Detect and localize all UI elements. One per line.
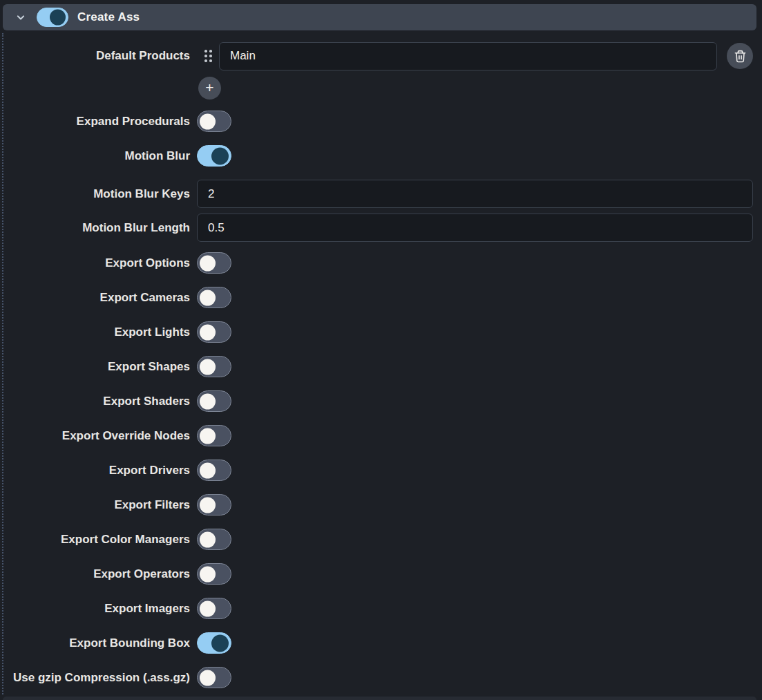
- toggle-row-export-cameras: Export Cameras: [0, 287, 762, 308]
- toggle-knob: [211, 634, 229, 652]
- toggle-knob: [50, 10, 66, 26]
- toggle-knob: [200, 428, 216, 444]
- field-label: Expand Procedurals: [0, 115, 190, 129]
- drag-handle-icon[interactable]: [204, 50, 212, 62]
- export-operators-toggle[interactable]: [197, 563, 231, 585]
- export-override-nodes-toggle[interactable]: [197, 425, 231, 446]
- toggle-knob: [200, 497, 216, 513]
- default-products-input[interactable]: [219, 42, 717, 70]
- export-imagers-toggle[interactable]: [197, 598, 231, 619]
- field-row-default-products: Default Products: [0, 41, 762, 70]
- toggle-row-export-operators: Export Operators: [0, 563, 762, 585]
- toggle-knob: [200, 531, 216, 547]
- field-label: Export Imagers: [0, 602, 190, 616]
- field-label: Default Products: [0, 49, 190, 63]
- field-row-motion-blur-length: Motion Blur Length: [0, 214, 762, 242]
- toggle-knob: [200, 462, 216, 478]
- indent-guide-line: [2, 33, 3, 694]
- section-body: Default Products + Expand Procedurals Mo…: [0, 30, 762, 700]
- field-label: Export Bounding Box: [0, 636, 190, 650]
- toggle-row-expand-procedurals: Expand Procedurals: [0, 111, 762, 132]
- motion-blur-keys-input[interactable]: [197, 180, 753, 208]
- delete-item-button[interactable]: [727, 43, 753, 69]
- field-label: Motion Blur Keys: [0, 187, 190, 201]
- field-label: Export Cameras: [0, 291, 190, 305]
- field-label: Export Options: [0, 256, 190, 270]
- toggle-knob: [200, 359, 216, 375]
- expand-procedurals-toggle[interactable]: [197, 111, 231, 132]
- export-shaders-toggle[interactable]: [197, 390, 231, 412]
- export-bounding-box-toggle[interactable]: [197, 632, 231, 654]
- toggle-row-motion-blur: Motion Blur: [0, 145, 762, 167]
- add-item-button[interactable]: +: [198, 77, 221, 100]
- toggle-row-export-override-nodes: Export Override Nodes: [0, 425, 762, 446]
- field-label: Export Filters: [0, 498, 190, 512]
- motion-blur-length-input[interactable]: [197, 214, 753, 242]
- export-drivers-toggle[interactable]: [197, 460, 231, 481]
- toggle-row-export-drivers: Export Drivers: [0, 460, 762, 481]
- toggle-row-use-gzip-compression: Use gzip Compression (.ass.gz): [0, 667, 762, 688]
- add-item-row: +: [0, 77, 762, 100]
- field-label: Export Shaders: [0, 395, 190, 408]
- toggle-knob: [200, 566, 216, 582]
- section-title: Create Ass: [77, 10, 140, 24]
- toggle-row-export-lights: Export Lights: [0, 321, 762, 343]
- toggle-row-export-options: Export Options: [0, 252, 762, 274]
- toggle-knob: [200, 290, 216, 305]
- use-gzip-compression-toggle[interactable]: [197, 667, 231, 688]
- toggle-knob: [200, 113, 216, 129]
- trash-icon: [734, 50, 747, 63]
- export-color-managers-toggle[interactable]: [197, 529, 231, 550]
- motion-blur-toggle[interactable]: [197, 145, 231, 167]
- toggle-row-export-shaders: Export Shaders: [0, 390, 762, 412]
- export-shapes-toggle[interactable]: [197, 356, 231, 377]
- export-lights-toggle[interactable]: [197, 321, 231, 343]
- field-label: Motion Blur Length: [0, 221, 190, 235]
- section-enable-toggle[interactable]: [37, 8, 68, 27]
- field-label: Motion Blur: [0, 149, 190, 163]
- toggle-knob: [200, 670, 216, 685]
- next-section-header-strip[interactable]: [3, 697, 756, 700]
- toggle-row-export-color-managers: Export Color Managers: [0, 529, 762, 550]
- field-label: Export Color Managers: [0, 533, 190, 547]
- toggle-row-export-filters: Export Filters: [0, 494, 762, 515]
- toggle-knob: [200, 393, 216, 409]
- export-filters-toggle[interactable]: [197, 494, 231, 515]
- field-label: Export Drivers: [0, 464, 190, 477]
- toggle-row-export-shapes: Export Shapes: [0, 356, 762, 377]
- field-label: Export Override Nodes: [0, 429, 190, 443]
- field-row-motion-blur-keys: Motion Blur Keys: [0, 180, 762, 208]
- export-cameras-toggle[interactable]: [197, 287, 231, 308]
- toggle-knob: [200, 600, 216, 616]
- toggle-row-export-imagers: Export Imagers: [0, 598, 762, 619]
- toggle-knob: [200, 324, 216, 340]
- export-options-toggle[interactable]: [197, 252, 231, 274]
- toggle-knob: [200, 255, 216, 271]
- field-label: Use gzip Compression (.ass.gz): [0, 671, 190, 685]
- field-label: Export Operators: [0, 567, 190, 581]
- section-header-create-ass[interactable]: Create Ass: [3, 4, 756, 30]
- field-label: Export Shapes: [0, 360, 190, 374]
- toggle-row-export-bounding-box: Export Bounding Box: [0, 632, 762, 654]
- toggle-knob: [211, 147, 229, 164]
- field-label: Export Lights: [0, 325, 190, 339]
- chevron-down-icon[interactable]: [14, 10, 28, 24]
